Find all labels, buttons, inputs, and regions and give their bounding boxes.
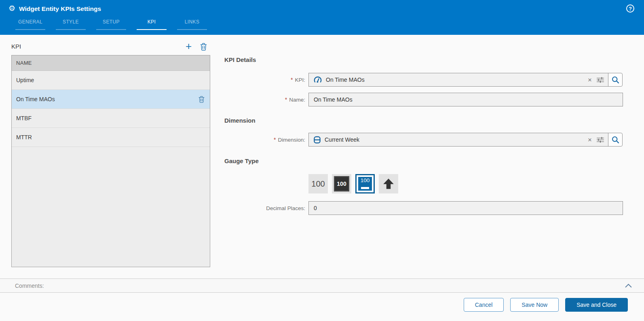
name-input[interactable] [309, 93, 623, 106]
kpi-lookup-value: On Time MAOs [326, 77, 365, 83]
dimension-search-button[interactable] [608, 133, 623, 147]
gauge-type-arrow-button[interactable] [379, 174, 398, 193]
search-icon [612, 136, 619, 144]
decimal-places-label: Decimal Places: [224, 201, 305, 215]
clear-icon[interactable]: × [588, 77, 592, 83]
gauge-type-number-button[interactable]: 100 [308, 174, 328, 193]
gauge-bar-graphic [361, 187, 369, 189]
kpi-lookup: On Time MAOs × [308, 73, 623, 87]
trash-icon [200, 43, 207, 51]
tab-setup[interactable]: SETUP [96, 19, 126, 30]
required-marker: * [274, 136, 276, 143]
filter-sliders-icon[interactable] [597, 137, 604, 143]
tab-bar: GENERAL STYLE SETUP KPI LINKS [15, 19, 207, 30]
dimension-lookup-actions: × [588, 136, 604, 143]
kpi-lookup-input[interactable]: On Time MAOs × [308, 73, 608, 87]
gauge-type-number-with-bar-button[interactable]: 100 [355, 174, 375, 193]
chevron-up-icon[interactable] [625, 284, 632, 288]
help-icon[interactable]: ? [626, 4, 634, 13]
arrow-up-icon [382, 178, 395, 190]
tab-links[interactable]: LINKS [177, 19, 207, 30]
gauge-type-number-label: 100 [311, 179, 325, 189]
gauge-type-number-inverted-label: 100 [334, 176, 349, 191]
list-item-mttr[interactable]: MTTR [12, 128, 210, 147]
kpi-details-section-title: KPI Details [224, 56, 256, 63]
help-glyph: ? [629, 6, 632, 12]
list-item-label: MTBF [16, 115, 32, 121]
comments-label: Comments: [15, 283, 44, 289]
decimal-places-label-text: Decimal Places: [266, 205, 305, 211]
decimal-places-input-box [308, 201, 623, 215]
clear-icon[interactable]: × [588, 136, 592, 143]
add-kpi-icon[interactable]: + [186, 41, 192, 51]
dimension-icon [314, 136, 321, 144]
name-field-label: * Name: [224, 93, 305, 106]
dialog-header: ⚙ Widget Entity KPIs Settings ? GENERAL … [0, 0, 644, 35]
save-now-button[interactable]: Save Now [510, 298, 559, 312]
list-item-label: Uptime [16, 77, 34, 83]
dimension-lookup: Current Week × [308, 133, 623, 147]
tab-kpi[interactable]: KPI [137, 19, 167, 30]
gear-icon: ⚙ [8, 4, 15, 13]
tab-general[interactable]: GENERAL [15, 19, 45, 30]
dimension-lookup-input[interactable]: Current Week × [308, 133, 608, 147]
list-item-label: MTTR [16, 134, 32, 140]
dimension-section-title: Dimension [224, 117, 255, 124]
list-item-uptime[interactable]: Uptime [12, 71, 210, 90]
dialog-title: Widget Entity KPIs Settings [19, 4, 101, 13]
kpi-label-text: KPI: [295, 77, 305, 83]
list-item-mtbf[interactable]: MTBF [12, 109, 210, 128]
decimal-places-input[interactable] [309, 202, 623, 215]
kpi-lookup-actions: × [588, 77, 604, 83]
list-item-on-time-maos[interactable]: On Time MAOs [12, 90, 210, 109]
kpi-list-title: KPI [11, 43, 21, 50]
cancel-button[interactable]: Cancel [464, 298, 504, 312]
name-label-text: Name: [289, 97, 305, 103]
kpi-list-column-header: NAME [12, 55, 210, 71]
dimension-label-text: Dimension: [278, 137, 305, 143]
tab-style[interactable]: STYLE [56, 19, 86, 30]
name-input-box [308, 93, 623, 106]
gauge-type-number-inverted-button[interactable]: 100 [332, 174, 351, 193]
search-icon [612, 76, 619, 84]
gauge-number-with-bar-graphic: 100 [358, 177, 372, 191]
kpi-list: NAME Uptime On Time MAOs MTBF MTTR [11, 55, 210, 267]
trash-icon [198, 96, 205, 103]
row-delete-icon[interactable] [198, 96, 205, 103]
required-marker: * [285, 96, 287, 103]
dimension-field-label: * Dimension: [224, 133, 305, 147]
delete-kpi-icon[interactable] [200, 43, 207, 52]
gauge-type-number-with-bar-label: 100 [361, 177, 370, 184]
filter-sliders-icon[interactable] [597, 77, 604, 83]
save-and-close-button[interactable]: Save and Close [565, 298, 628, 312]
dimension-lookup-value: Current Week [325, 136, 359, 143]
kpi-search-button[interactable] [608, 73, 623, 87]
gauge-icon [314, 77, 322, 83]
comments-bar[interactable]: Comments: [0, 278, 644, 293]
footer-actions: Cancel Save Now Save and Close [464, 298, 628, 312]
kpi-field-label: * KPI: [224, 73, 305, 87]
list-item-label: On Time MAOs [16, 96, 55, 102]
gauge-type-options: 100 100 100 [308, 174, 398, 193]
required-marker: * [291, 77, 293, 83]
gauge-type-section-title: Gauge Type [224, 157, 259, 164]
